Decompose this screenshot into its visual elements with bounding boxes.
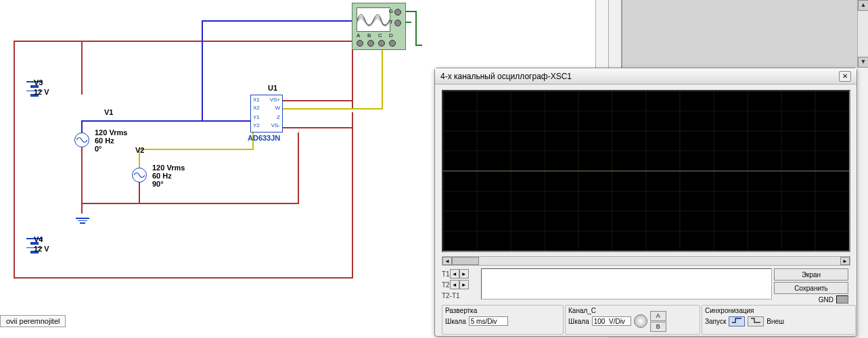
wire	[298, 132, 299, 204]
wire	[139, 183, 140, 203]
trigger-title: Синхронизация	[705, 307, 852, 314]
gnd-label: GND	[819, 296, 833, 304]
label-u1-part: AD633JN	[248, 134, 280, 142]
channel-c-group: Канал_C Шкала A B	[565, 305, 700, 335]
oscilloscope-instrument-xsc1[interactable]: G T A B C D	[352, 3, 406, 50]
cursor-dt-label: T2-T1	[442, 292, 460, 299]
t1-left-button[interactable]: ◄	[450, 269, 459, 279]
wire	[352, 41, 353, 108]
scrollbar-vertical[interactable]: ▲ ▼	[857, 0, 868, 68]
channel-knob-icon[interactable]	[634, 314, 647, 328]
trigger-launch-label: Запуск	[705, 318, 726, 325]
pin-y1: Y1	[253, 114, 260, 120]
wire-scope-g	[415, 11, 417, 46]
ac-source-v1[interactable]	[74, 132, 89, 147]
scroll-left-icon[interactable]: ◄	[442, 257, 452, 265]
wire-scope-g	[415, 45, 422, 46]
wire	[81, 147, 83, 203]
ic-ad633[interactable]: X1 X2 Y1 Y2 VS+ W Z VS-	[250, 95, 283, 132]
sheet-tab[interactable]: ovii peremnojitel	[0, 315, 66, 327]
timebase-scale-input[interactable]	[469, 316, 508, 326]
trigger-ext-label: Внеш	[767, 318, 784, 325]
t2-right-button[interactable]: ►	[459, 280, 469, 289]
scroll-thumb[interactable]	[452, 257, 479, 265]
cursor-t1-label: T1	[442, 270, 450, 278]
oscilloscope-plot[interactable]	[442, 90, 850, 252]
wire	[14, 41, 352, 42]
timebase-scale-label: Шкала	[445, 318, 466, 325]
wire-channel-a	[81, 120, 250, 122]
label-v1-phase: 0°	[95, 145, 102, 153]
scope-port-t-label: T	[390, 19, 393, 25]
trigger-group: Синхронизация Запуск Внеш	[702, 305, 856, 335]
wire-channel-a	[81, 120, 83, 132]
pin-vsp: VS+	[270, 97, 280, 103]
falling-edge-icon	[750, 317, 762, 324]
scope-port-t[interactable]	[394, 20, 401, 26]
wire	[81, 203, 298, 204]
cursor-readout	[481, 268, 772, 299]
screen-button[interactable]: Экран	[774, 268, 848, 281]
timebase-title: Развертка	[445, 307, 560, 314]
wire-channel-a	[202, 20, 360, 22]
wire-channel-b	[139, 149, 254, 150]
ac-source-v2[interactable]	[132, 168, 147, 183]
wire	[81, 203, 83, 214]
oscilloscope-title-text: 4-х канальный осциллограф-XSC1	[440, 72, 572, 81]
wire	[283, 100, 353, 101]
label-v3-name: V3	[34, 78, 43, 87]
wire	[14, 41, 15, 279]
wire	[352, 112, 353, 279]
pin-w: W	[275, 105, 280, 111]
wire	[81, 41, 83, 95]
scope-port-d-label: D	[389, 32, 393, 39]
scroll-right-icon[interactable]: ►	[840, 257, 850, 265]
trigger-edge-fall-button[interactable]	[748, 316, 764, 327]
label-v4-value: 12 V	[34, 245, 49, 253]
scope-port-a-label: A	[357, 32, 360, 39]
scope-port-c-label: C	[378, 32, 382, 39]
t2-left-button[interactable]: ◄	[450, 280, 459, 289]
cursor-controls: T1 ◄► T2 ◄► T2-T1	[442, 268, 469, 302]
label-v2-vrms: 120 Vrms	[152, 164, 185, 172]
ruler-vertical	[595, 0, 609, 68]
wire-channel-c	[382, 42, 383, 110]
close-icon[interactable]: ✕	[839, 71, 851, 82]
scope-port-b-label: B	[367, 32, 371, 39]
channel-c-title: Канал_C	[568, 307, 697, 314]
scope-port-c[interactable]	[378, 40, 385, 47]
label-v4-name: V4	[34, 235, 43, 243]
wire	[14, 277, 352, 279]
pin-y2: Y2	[253, 122, 260, 128]
pin-x1: X1	[253, 97, 260, 103]
oscilloscope-window[interactable]: 4-х канальный осциллограф-XSC1 ✕	[434, 68, 857, 337]
scroll-down-icon[interactable]: ▼	[858, 57, 868, 68]
channel-c-scale-input[interactable]	[592, 316, 631, 326]
timebase-group: Развертка Шкала	[442, 305, 564, 335]
ground-symbol	[74, 216, 91, 225]
channel-a-button[interactable]: A	[650, 311, 666, 321]
trigger-edge-rise-button[interactable]	[729, 316, 745, 327]
wire-channel-c	[283, 108, 383, 110]
pin-x2: X2	[253, 105, 260, 111]
t1-right-button[interactable]: ►	[459, 269, 469, 279]
label-v2-phase: 90°	[152, 180, 164, 188]
oscilloscope-hscroll[interactable]: ◄ ►	[442, 256, 850, 266]
scope-port-g[interactable]	[394, 9, 401, 16]
right-panel	[621, 0, 868, 68]
channel-b-button[interactable]: B	[650, 322, 666, 332]
pin-vsn: VS-	[271, 122, 280, 128]
label-v2-name: V2	[135, 146, 144, 154]
scroll-up-icon[interactable]: ▲	[858, 0, 868, 11]
pin-z: Z	[277, 114, 280, 120]
gnd-color-box[interactable]	[836, 295, 848, 304]
scope-port-b[interactable]	[367, 40, 374, 47]
save-button[interactable]: Сохранить	[774, 282, 848, 294]
scope-port-a[interactable]	[357, 40, 363, 47]
label-v3-value: 12 V	[34, 88, 49, 96]
oscilloscope-titlebar[interactable]: 4-х канальный осциллограф-XSC1 ✕	[435, 68, 856, 84]
label-u1-name: U1	[268, 84, 277, 92]
label-v2-freq: 60 Hz	[152, 172, 172, 180]
rising-edge-icon	[731, 317, 743, 324]
scope-port-d[interactable]	[389, 40, 396, 47]
